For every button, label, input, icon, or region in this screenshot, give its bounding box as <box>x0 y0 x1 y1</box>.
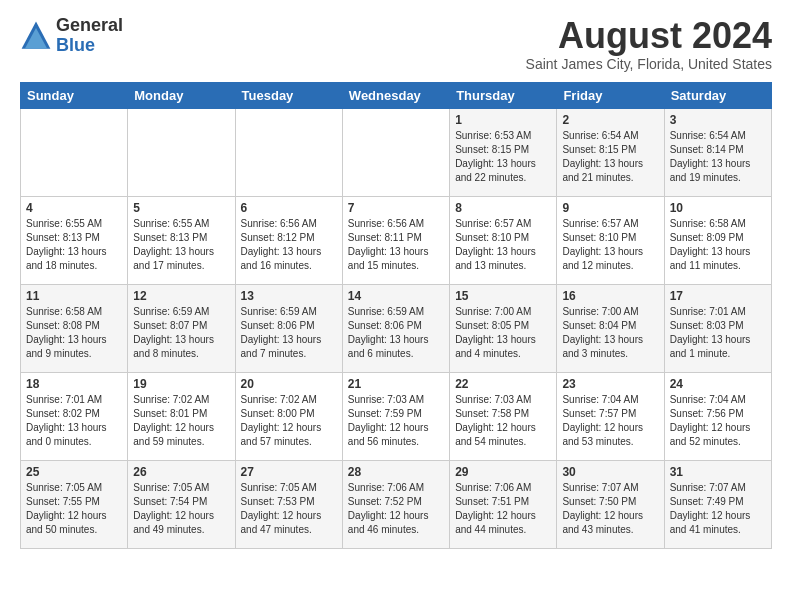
calendar-cell: 25Sunrise: 7:05 AM Sunset: 7:55 PM Dayli… <box>21 460 128 548</box>
calendar-cell: 15Sunrise: 7:00 AM Sunset: 8:05 PM Dayli… <box>450 284 557 372</box>
day-number: 1 <box>455 113 551 127</box>
day-number: 23 <box>562 377 658 391</box>
calendar-cell: 3Sunrise: 6:54 AM Sunset: 8:14 PM Daylig… <box>664 108 771 196</box>
day-number: 4 <box>26 201 122 215</box>
day-number: 2 <box>562 113 658 127</box>
day-info: Sunrise: 7:03 AM Sunset: 7:58 PM Dayligh… <box>455 393 551 449</box>
calendar-week-5: 25Sunrise: 7:05 AM Sunset: 7:55 PM Dayli… <box>21 460 772 548</box>
header-saturday: Saturday <box>664 82 771 108</box>
day-info: Sunrise: 7:05 AM Sunset: 7:53 PM Dayligh… <box>241 481 337 537</box>
calendar-week-1: 1Sunrise: 6:53 AM Sunset: 8:15 PM Daylig… <box>21 108 772 196</box>
logo: General Blue <box>20 16 123 56</box>
calendar-cell: 28Sunrise: 7:06 AM Sunset: 7:52 PM Dayli… <box>342 460 449 548</box>
calendar-cell: 27Sunrise: 7:05 AM Sunset: 7:53 PM Dayli… <box>235 460 342 548</box>
day-info: Sunrise: 7:00 AM Sunset: 8:05 PM Dayligh… <box>455 305 551 361</box>
day-info: Sunrise: 6:56 AM Sunset: 8:12 PM Dayligh… <box>241 217 337 273</box>
day-number: 27 <box>241 465 337 479</box>
day-number: 12 <box>133 289 229 303</box>
calendar-cell: 4Sunrise: 6:55 AM Sunset: 8:13 PM Daylig… <box>21 196 128 284</box>
day-info: Sunrise: 6:59 AM Sunset: 8:07 PM Dayligh… <box>133 305 229 361</box>
calendar-cell <box>342 108 449 196</box>
day-number: 31 <box>670 465 766 479</box>
day-info: Sunrise: 6:58 AM Sunset: 8:09 PM Dayligh… <box>670 217 766 273</box>
day-info: Sunrise: 6:54 AM Sunset: 8:14 PM Dayligh… <box>670 129 766 185</box>
calendar-cell <box>128 108 235 196</box>
location-title: Saint James City, Florida, United States <box>526 56 772 72</box>
day-number: 17 <box>670 289 766 303</box>
calendar-cell: 13Sunrise: 6:59 AM Sunset: 8:06 PM Dayli… <box>235 284 342 372</box>
header-wednesday: Wednesday <box>342 82 449 108</box>
calendar-cell: 23Sunrise: 7:04 AM Sunset: 7:57 PM Dayli… <box>557 372 664 460</box>
day-number: 26 <box>133 465 229 479</box>
day-number: 24 <box>670 377 766 391</box>
day-info: Sunrise: 6:57 AM Sunset: 8:10 PM Dayligh… <box>562 217 658 273</box>
calendar-cell: 8Sunrise: 6:57 AM Sunset: 8:10 PM Daylig… <box>450 196 557 284</box>
day-number: 5 <box>133 201 229 215</box>
day-number: 3 <box>670 113 766 127</box>
day-info: Sunrise: 7:02 AM Sunset: 8:01 PM Dayligh… <box>133 393 229 449</box>
calendar-cell: 30Sunrise: 7:07 AM Sunset: 7:50 PM Dayli… <box>557 460 664 548</box>
day-info: Sunrise: 6:55 AM Sunset: 8:13 PM Dayligh… <box>26 217 122 273</box>
day-info: Sunrise: 6:59 AM Sunset: 8:06 PM Dayligh… <box>348 305 444 361</box>
day-number: 21 <box>348 377 444 391</box>
calendar-cell: 20Sunrise: 7:02 AM Sunset: 8:00 PM Dayli… <box>235 372 342 460</box>
day-number: 19 <box>133 377 229 391</box>
calendar-cell: 18Sunrise: 7:01 AM Sunset: 8:02 PM Dayli… <box>21 372 128 460</box>
day-number: 22 <box>455 377 551 391</box>
calendar-cell: 29Sunrise: 7:06 AM Sunset: 7:51 PM Dayli… <box>450 460 557 548</box>
day-info: Sunrise: 7:06 AM Sunset: 7:51 PM Dayligh… <box>455 481 551 537</box>
calendar-cell: 22Sunrise: 7:03 AM Sunset: 7:58 PM Dayli… <box>450 372 557 460</box>
day-info: Sunrise: 7:03 AM Sunset: 7:59 PM Dayligh… <box>348 393 444 449</box>
calendar-cell: 16Sunrise: 7:00 AM Sunset: 8:04 PM Dayli… <box>557 284 664 372</box>
day-info: Sunrise: 6:59 AM Sunset: 8:06 PM Dayligh… <box>241 305 337 361</box>
day-info: Sunrise: 6:55 AM Sunset: 8:13 PM Dayligh… <box>133 217 229 273</box>
logo-icon <box>20 20 52 52</box>
day-info: Sunrise: 7:05 AM Sunset: 7:55 PM Dayligh… <box>26 481 122 537</box>
calendar-cell: 26Sunrise: 7:05 AM Sunset: 7:54 PM Dayli… <box>128 460 235 548</box>
logo-blue-text: Blue <box>56 36 123 56</box>
day-number: 10 <box>670 201 766 215</box>
calendar-cell: 14Sunrise: 6:59 AM Sunset: 8:06 PM Dayli… <box>342 284 449 372</box>
calendar-header-row: SundayMondayTuesdayWednesdayThursdayFrid… <box>21 82 772 108</box>
day-number: 13 <box>241 289 337 303</box>
calendar-week-3: 11Sunrise: 6:58 AM Sunset: 8:08 PM Dayli… <box>21 284 772 372</box>
calendar-cell <box>21 108 128 196</box>
day-number: 11 <box>26 289 122 303</box>
day-number: 14 <box>348 289 444 303</box>
day-info: Sunrise: 7:01 AM Sunset: 8:02 PM Dayligh… <box>26 393 122 449</box>
calendar-cell <box>235 108 342 196</box>
day-number: 30 <box>562 465 658 479</box>
header-sunday: Sunday <box>21 82 128 108</box>
calendar-cell: 1Sunrise: 6:53 AM Sunset: 8:15 PM Daylig… <box>450 108 557 196</box>
day-info: Sunrise: 7:00 AM Sunset: 8:04 PM Dayligh… <box>562 305 658 361</box>
day-number: 16 <box>562 289 658 303</box>
calendar-cell: 19Sunrise: 7:02 AM Sunset: 8:01 PM Dayli… <box>128 372 235 460</box>
day-info: Sunrise: 7:05 AM Sunset: 7:54 PM Dayligh… <box>133 481 229 537</box>
header-tuesday: Tuesday <box>235 82 342 108</box>
day-number: 18 <box>26 377 122 391</box>
calendar-cell: 17Sunrise: 7:01 AM Sunset: 8:03 PM Dayli… <box>664 284 771 372</box>
day-number: 25 <box>26 465 122 479</box>
day-info: Sunrise: 7:06 AM Sunset: 7:52 PM Dayligh… <box>348 481 444 537</box>
day-info: Sunrise: 7:02 AM Sunset: 8:00 PM Dayligh… <box>241 393 337 449</box>
day-number: 8 <box>455 201 551 215</box>
calendar-cell: 9Sunrise: 6:57 AM Sunset: 8:10 PM Daylig… <box>557 196 664 284</box>
calendar-cell: 24Sunrise: 7:04 AM Sunset: 7:56 PM Dayli… <box>664 372 771 460</box>
day-number: 28 <box>348 465 444 479</box>
calendar-cell: 31Sunrise: 7:07 AM Sunset: 7:49 PM Dayli… <box>664 460 771 548</box>
day-number: 9 <box>562 201 658 215</box>
day-info: Sunrise: 7:04 AM Sunset: 7:57 PM Dayligh… <box>562 393 658 449</box>
header-monday: Monday <box>128 82 235 108</box>
calendar-week-4: 18Sunrise: 7:01 AM Sunset: 8:02 PM Dayli… <box>21 372 772 460</box>
calendar-cell: 11Sunrise: 6:58 AM Sunset: 8:08 PM Dayli… <box>21 284 128 372</box>
calendar-cell: 5Sunrise: 6:55 AM Sunset: 8:13 PM Daylig… <box>128 196 235 284</box>
month-title: August 2024 <box>526 16 772 56</box>
day-number: 29 <box>455 465 551 479</box>
calendar-cell: 7Sunrise: 6:56 AM Sunset: 8:11 PM Daylig… <box>342 196 449 284</box>
header-friday: Friday <box>557 82 664 108</box>
logo-general-text: General <box>56 16 123 36</box>
day-number: 6 <box>241 201 337 215</box>
calendar-cell: 2Sunrise: 6:54 AM Sunset: 8:15 PM Daylig… <box>557 108 664 196</box>
calendar-cell: 10Sunrise: 6:58 AM Sunset: 8:09 PM Dayli… <box>664 196 771 284</box>
calendar-cell: 6Sunrise: 6:56 AM Sunset: 8:12 PM Daylig… <box>235 196 342 284</box>
